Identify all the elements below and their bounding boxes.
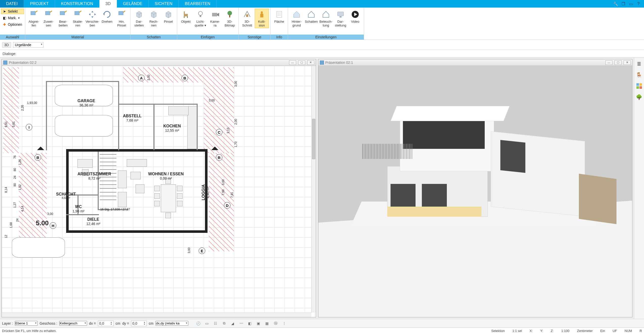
layer-icon[interactable]: ◧ [247, 320, 253, 326]
dimension-label: 76 [13, 155, 17, 159]
ribbon-btn-label: Fläche [274, 20, 284, 24]
pane-min-button[interactable]: — [605, 60, 612, 65]
palette-icon[interactable] [635, 82, 643, 90]
clock-icon[interactable]: 🕘 [195, 320, 201, 326]
dy-unit: cm [149, 321, 153, 325]
ribbon-btn-label: Drehen [102, 20, 113, 24]
svg-rect-23 [639, 86, 642, 89]
ribbon-abgreifen-button[interactable]: Abgrei- fen [27, 9, 41, 28]
ribbon-schatten2-button[interactable]: Schatten [304, 9, 318, 24]
tree-icon[interactable]: 🌳 [635, 93, 643, 101]
pane-3d: Präsentation 02:1 — ▢ ✕ [318, 59, 633, 317]
ribbon-bearbeiten-button[interactable]: Bear- beiten [56, 9, 70, 28]
pane-min-button[interactable]: — [289, 60, 296, 65]
ribbon-verschieben-button[interactable]: Verschie- ben [85, 9, 99, 28]
dimension-label: 3,00 [209, 99, 215, 102]
grid-icon[interactable]: ▦ [264, 320, 270, 326]
menu-icon[interactable]: ⋮ [281, 320, 287, 326]
copy-icon[interactable]: ⧉ [221, 320, 227, 326]
grid-marker: C [216, 129, 222, 135]
menu-projekt[interactable]: PROJEKT [24, 0, 55, 8]
dy-label: dy = [122, 321, 129, 325]
mark-tool[interactable]: ◧ Mark. ▾ [1, 15, 24, 21]
dimension-label: 1,68 [9, 222, 13, 228]
ribbon-pinsel-button[interactable]: Pinsel [161, 9, 175, 24]
dx-label: dx = [89, 321, 96, 325]
ribbon-hintergrund-button[interactable]: Hinter- grund [290, 9, 304, 28]
scrollbar-vertical[interactable] [311, 66, 316, 313]
kitchen-counter [168, 106, 189, 115]
window-icon[interactable]: ❐ [620, 1, 626, 7]
ribbon-group-label: Auswahl [0, 35, 25, 40]
floor-combo[interactable] [59, 321, 87, 326]
dimension-label: 7,81 [230, 192, 234, 198]
plan-view[interactable]: GARAGE36,36 m²ABSTELL7,68 m²KOCHEN12,55 … [2, 66, 316, 317]
layers-icon[interactable]: ≣ [635, 60, 643, 68]
section-icon [242, 9, 252, 19]
chair-icon [181, 9, 191, 19]
ribbon-hinpinsel-button[interactable]: Hin. Pinsel [115, 9, 129, 28]
ribbon-schnitt3d-button[interactable]: 3D- Schnitt [240, 9, 254, 28]
layer-combo[interactable] [15, 321, 38, 326]
status-uf: UF [613, 329, 617, 333]
north-icon[interactable]: Ⓝ [273, 320, 279, 326]
brush-icon [58, 9, 68, 19]
dy-input[interactable]: 0,0▲▼ [131, 321, 147, 326]
car-icon [55, 115, 113, 136]
cursor-icon: ➤ [2, 9, 7, 13]
ribbon-btn-label: Zuwei- sen [43, 20, 53, 27]
pane-close-button[interactable]: ✕ [307, 60, 314, 65]
ribbon-kamera-button[interactable]: Kame- ra [208, 9, 222, 28]
dimension-label: 7,99 [221, 189, 225, 195]
ribbon-btn-label: 3D- Schnitt [242, 20, 252, 27]
wave-icon[interactable]: 〰 [238, 320, 244, 326]
brush-icon [29, 9, 39, 19]
help-icon[interactable]: ? [635, 1, 641, 7]
menu-gelände[interactable]: GELÄNDE [117, 0, 148, 8]
ribbon-beleuchtung-button[interactable]: Beleuch- tung [319, 9, 333, 28]
ribbon-zuweisen-button[interactable]: Zuwei- sen [41, 9, 56, 28]
ribbon-objekt-button[interactable]: Objekt [179, 9, 193, 24]
ribbon-drehen-button[interactable]: Drehen [100, 9, 114, 24]
ribbon-video-button[interactable]: Video [348, 9, 362, 24]
menu-3d[interactable]: 3D [99, 0, 117, 8]
wrench-icon[interactable]: 🔧 [613, 1, 619, 7]
menu-konstruktion[interactable]: KONSTRUKTION [55, 0, 99, 8]
furniture [127, 159, 147, 167]
dimension-label: 2,26 [21, 105, 24, 111]
menu-datei[interactable]: DATEI [0, 0, 24, 8]
ribbon-darstellen-button[interactable]: Dar- stellen [132, 9, 146, 28]
dx-input[interactable]: 0,0▲▼ [98, 321, 114, 326]
chair-icon[interactable]: 🪑 [635, 71, 643, 79]
svg-rect-8 [187, 16, 188, 18]
ribbon-group-label: Sonstige [239, 35, 270, 40]
room-label: WC1,96 m² [72, 205, 84, 213]
menu-sichten[interactable]: SICHTEN [149, 0, 179, 8]
menu-bearbeiten[interactable]: BEARBEITEN [179, 0, 217, 8]
dimension-label: 8,14 [4, 187, 8, 193]
terrain-combo[interactable] [13, 42, 43, 48]
ribbon-darstellung-button[interactable]: Dar- stellung [333, 9, 348, 28]
scrollbar-horizontal[interactable] [2, 313, 311, 317]
ribbon-group-schatten: Dar- stellenRech- nenPinselSchatten [131, 8, 177, 40]
view3d[interactable] [318, 66, 632, 317]
minimize-icon[interactable]: ▭ [628, 1, 634, 7]
ribbon-skalieren-button[interactable]: Skalie- ren [71, 9, 85, 28]
monitor-icon [336, 9, 346, 19]
pane-max-button[interactable]: ▢ [298, 60, 305, 65]
coord-mode-combo[interactable] [156, 321, 188, 326]
ribbon-rechnen-button[interactable]: Rech- nen [147, 9, 161, 28]
box-icon[interactable]: ▣ [255, 320, 262, 326]
ribbon-lichtquelle-button[interactable]: Licht- quelle ▾ [193, 9, 208, 28]
stack-icon[interactable]: ☷ [213, 320, 219, 326]
ribbon-flaeche-button[interactable]: Fläche [272, 9, 286, 24]
pane-max-button[interactable]: ▢ [614, 60, 622, 65]
select-tool[interactable]: ➤ Selekt [1, 9, 24, 14]
ribbon-kollision-button[interactable]: Kolli- sion [255, 9, 269, 28]
ribbon-bitmap3d-button[interactable]: 3D- Bitmap [223, 9, 237, 28]
rect-icon[interactable]: ▭ [204, 320, 210, 326]
options-tool[interactable]: ✚ Optionen [1, 22, 24, 27]
slope-icon[interactable]: ◢ [230, 320, 236, 326]
furniture [131, 172, 141, 179]
pane-close-button[interactable]: ✕ [624, 60, 631, 65]
